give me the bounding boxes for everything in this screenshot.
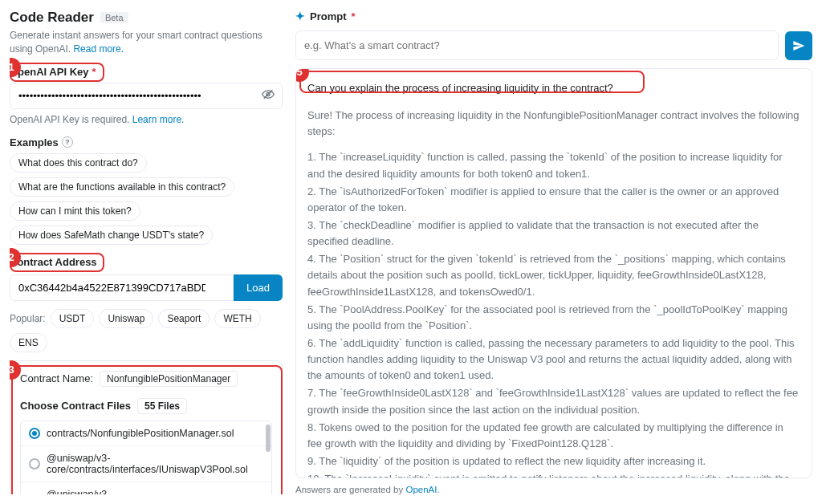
example-chip[interactable]: How does SafeMath change USDT's state? xyxy=(10,226,213,245)
answer-step: 5. The `PoolAddress.PoolKey` for the ass… xyxy=(307,302,800,334)
contract-address-label: Contract Address xyxy=(10,256,97,268)
contract-name-value: NonfungiblePositionManager xyxy=(100,371,238,387)
popular-chip[interactable]: Seaport xyxy=(158,309,210,328)
file-item[interactable]: contracts/NonfungiblePositionManager.sol xyxy=(21,421,271,446)
learn-more-link[interactable]: Learn more. xyxy=(132,114,185,125)
answer-intro: Sure! The process of increasing liquidit… xyxy=(307,108,800,140)
api-key-input[interactable] xyxy=(10,83,283,109)
examples-label: Examples xyxy=(10,136,59,148)
popular-chip[interactable]: Uniswap xyxy=(99,309,153,328)
read-more-link[interactable]: Read more. xyxy=(73,43,124,55)
file-name: @uniswap/v3-core/contracts/libraries/Fix… xyxy=(47,489,263,494)
choose-files-label: Choose Contract Files xyxy=(20,400,131,412)
prompt-input[interactable] xyxy=(295,30,779,60)
api-key-label: OpenAI API Key xyxy=(10,66,88,78)
radio-icon[interactable] xyxy=(29,428,40,439)
file-item[interactable]: @uniswap/v3-core/contracts/interfaces/IU… xyxy=(21,446,271,482)
page-title: Code Reader xyxy=(10,10,94,26)
file-item[interactable]: @uniswap/v3-core/contracts/libraries/Fix… xyxy=(21,482,271,494)
example-chip[interactable]: What are the functions available in this… xyxy=(10,177,234,197)
popular-label: Popular: xyxy=(10,313,46,324)
page-subtitle: Generate instant answers for your smart … xyxy=(10,29,283,56)
load-button[interactable]: Load xyxy=(234,274,283,301)
example-chip[interactable]: How can I mint this token? xyxy=(10,201,140,221)
answer-step: 2. The `isAuthorizedForToken` modifier i… xyxy=(307,184,800,216)
contract-address-input[interactable] xyxy=(10,274,234,301)
subtitle-text: Generate instant answers for your smart … xyxy=(10,30,262,55)
popular-chip[interactable]: USDT xyxy=(51,309,95,328)
popular-chip[interactable]: ENS xyxy=(10,333,47,352)
answer-step: 4. The `Position` struct for the given `… xyxy=(307,251,800,299)
answer-step: 1. The `increaseLiquidity` function is c… xyxy=(307,149,800,181)
send-button[interactable] xyxy=(785,31,812,60)
file-count-badge: 55 Files xyxy=(137,398,187,414)
scrollbar-thumb[interactable] xyxy=(266,425,271,452)
file-name: contracts/NonfungiblePositionManager.sol xyxy=(47,428,234,439)
answer-step: 7. The `feeGrowthInside0LastX128` and `f… xyxy=(307,385,800,417)
help-icon[interactable]: ? xyxy=(62,136,73,148)
answer-step: 6. The `addLiquidity` function is called… xyxy=(307,335,800,384)
required-asterisk: * xyxy=(92,66,96,78)
footer-note: Answers are generated by OpenAI. xyxy=(295,485,812,494)
user-question: Can you explain the process of increasin… xyxy=(307,80,800,96)
visibility-toggle-icon[interactable] xyxy=(262,88,275,104)
api-key-note: OpenAI API Key is required. Learn more. xyxy=(10,114,283,125)
sparkle-icon: ✦ xyxy=(295,10,305,22)
example-chip[interactable]: What does this contract do? xyxy=(10,153,147,173)
prompt-label: Prompt xyxy=(310,10,347,22)
popular-chip[interactable]: WETH xyxy=(214,309,260,328)
answer-card: 5 Can you explain the process of increas… xyxy=(295,68,812,478)
beta-badge: Beta xyxy=(100,12,128,23)
answer-step: 3. The `checkDeadline` modifier is appli… xyxy=(307,217,800,250)
file-name: @uniswap/v3-core/contracts/interfaces/IU… xyxy=(47,453,263,475)
openai-link[interactable]: OpenAI xyxy=(405,485,437,494)
answer-step: 10. The `IncreaseLiquidity` event is emi… xyxy=(307,471,800,478)
answer-step: 8. Tokens owed to the position for the u… xyxy=(307,420,800,452)
required-asterisk: * xyxy=(352,10,356,22)
answer-step: 9. The `liquidity` of the position is up… xyxy=(307,453,800,469)
radio-icon[interactable] xyxy=(29,458,40,469)
contract-name-label: Contract Name: xyxy=(20,372,93,384)
file-list[interactable]: contracts/NonfungiblePositionManager.sol… xyxy=(20,421,272,494)
